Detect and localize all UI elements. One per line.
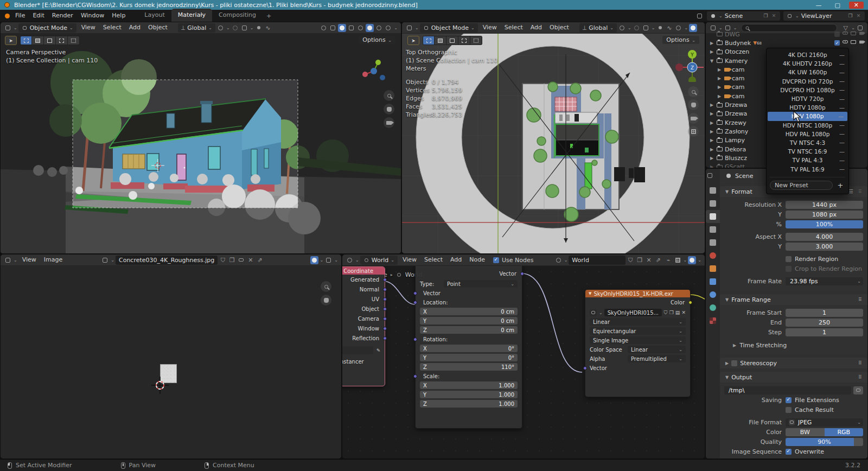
disable-render-icon[interactable]	[859, 32, 864, 35]
mode-select[interactable]: Object Mode⌄	[18, 23, 76, 33]
minimize-button[interactable]: —	[811, 2, 826, 9]
falloff-curve-icon[interactable]: ∿	[665, 24, 673, 32]
world-datablock[interactable]: World	[569, 256, 625, 265]
frame-range-panel-header[interactable]: ▼Frame Range ⠿	[720, 294, 867, 305]
frame-start-field[interactable]: 1	[786, 309, 863, 317]
normal-socket[interactable]	[383, 288, 387, 291]
scene-selector[interactable]: ⌄ Scene ❐ ✕	[707, 11, 780, 21]
overlays-icon[interactable]	[338, 24, 346, 32]
preset-item[interactable]: HDV PAL 1080p—	[767, 130, 848, 138]
menu-edit[interactable]: Edit	[29, 10, 48, 21]
remove-preset-icon[interactable]: —	[839, 105, 845, 111]
preset-item[interactable]: TV NTSC 4:3—	[767, 138, 848, 147]
open-folder-icon[interactable]	[853, 386, 863, 394]
properties-tab-object[interactable]	[706, 262, 720, 275]
output-path-field[interactable]: /tmp\	[724, 386, 851, 394]
remove-preset-icon[interactable]: —	[839, 69, 845, 75]
remove-preset-icon[interactable]: —	[838, 113, 844, 119]
menu-window[interactable]: Window	[77, 10, 108, 21]
image-canvas[interactable]	[1, 266, 341, 459]
file-extensions-checkbox[interactable]	[786, 397, 792, 403]
zoom-button[interactable]	[384, 90, 394, 101]
select-box-button[interactable]	[423, 36, 435, 45]
remove-preset-icon[interactable]: —	[839, 122, 845, 128]
object-socket[interactable]	[383, 307, 387, 311]
pin-icon[interactable]: ⇗	[256, 256, 264, 264]
menu-help[interactable]: Help	[108, 10, 129, 21]
cache-result-checkbox[interactable]	[786, 407, 792, 413]
remove-preset-icon[interactable]: —	[839, 87, 845, 93]
expand-arrow[interactable]: ▶	[709, 138, 714, 143]
overwrite-checkbox[interactable]	[786, 449, 792, 455]
output-panel-header[interactable]: ▼Output ⠿	[720, 372, 867, 383]
delete-viewlayer-icon[interactable]: ✕	[856, 13, 861, 19]
properties-tab-scene[interactable]	[706, 236, 720, 249]
color-output-socket[interactable]	[688, 301, 692, 304]
visibility-icon[interactable]	[674, 24, 682, 32]
viewport-menu-add[interactable]: Add	[527, 22, 546, 33]
menu-file[interactable]: File	[11, 10, 29, 21]
blender-menu-icon[interactable]	[3, 12, 11, 20]
snap-with-icon[interactable]	[240, 24, 248, 32]
zoom-button[interactable]	[321, 281, 331, 292]
viewport-menu-object[interactable]: Object	[546, 22, 573, 33]
object-field[interactable]	[342, 346, 373, 354]
vector-input-socket[interactable]	[583, 366, 587, 370]
time-stretching-subpanel[interactable]: Time Stretching	[739, 342, 787, 349]
interpolation-dropdown[interactable]: Linear⌄	[590, 318, 686, 326]
close-button[interactable]: ✕	[849, 2, 864, 9]
options-dropdown[interactable]: Options ⌄	[662, 36, 699, 44]
preset-item[interactable]: TV PAL 4:3—	[767, 156, 848, 164]
screen-layout-icon[interactable]	[695, 12, 704, 20]
preset-item[interactable]: TV NTSC 16:9—	[767, 147, 848, 156]
resolution-percent-slider[interactable]: 100%	[786, 220, 863, 228]
mode-select[interactable]: Object Mode⌄	[420, 23, 478, 33]
outliner-item-dwg[interactable]: DWG	[706, 30, 867, 39]
properties-tab-output[interactable]	[706, 210, 720, 223]
options-dropdown[interactable]: Options ⌄	[359, 36, 395, 44]
proportional-editing-icon[interactable]	[254, 24, 263, 32]
type-dropdown[interactable]: Point⌄	[444, 280, 518, 288]
expand-arrow[interactable]: ▶	[709, 103, 714, 107]
disable-viewport-icon[interactable]	[851, 31, 856, 35]
properties-tab-particles[interactable]	[706, 301, 720, 314]
workspace-tab-compositing[interactable]: Compositing	[212, 9, 263, 22]
unlink-icon[interactable]: ✕	[645, 256, 653, 264]
select-subtract-button[interactable]	[44, 36, 56, 45]
shading-rendered-icon[interactable]	[384, 24, 392, 32]
preset-item[interactable]: HDTV 720p—	[767, 94, 848, 103]
color-bw-button[interactable]: BW	[786, 428, 825, 436]
select-box-button[interactable]	[20, 36, 32, 45]
expand-arrow[interactable]: ▶	[717, 85, 722, 90]
pivot-icon[interactable]	[618, 24, 626, 32]
pin-icon[interactable]: ⇗	[654, 256, 662, 264]
preset-item[interactable]: TV PAL 16:9—	[767, 164, 848, 173]
scaley-field[interactable]: Y1.000	[420, 391, 518, 398]
xray-icon[interactable]	[347, 24, 355, 32]
shading-preview-icon[interactable]	[688, 256, 696, 264]
editor-type-icon[interactable]	[706, 171, 714, 180]
alpha-dropdown[interactable]: Premultiplied⌄	[628, 355, 686, 362]
rotationx-field[interactable]: X0°	[420, 345, 518, 352]
from-instancer-label[interactable]: Instancer	[342, 359, 364, 365]
remove-preset-icon[interactable]: —	[839, 139, 845, 145]
source-dropdown[interactable]: Single Image⌄	[590, 336, 686, 344]
node-canvas[interactable]: ‹ › Scene ▸ World re Coordinate Generate…	[342, 266, 705, 459]
projection-dropdown[interactable]: Equirectangular⌄	[590, 327, 686, 335]
properties-tab-view-layer[interactable]	[706, 223, 720, 236]
resolution-y-field[interactable]: 1080 px	[786, 211, 863, 219]
node-menu-select[interactable]: Select	[420, 254, 446, 265]
shading-solid-icon[interactable]	[366, 24, 374, 32]
group-input-socket[interactable]	[413, 338, 417, 341]
copy-viewlayer-icon[interactable]: ❐	[847, 13, 853, 19]
quality-slider[interactable]: 90%	[786, 438, 863, 446]
remove-preset-icon[interactable]: —	[839, 166, 845, 172]
remove-preset-icon[interactable]: —	[839, 157, 845, 163]
editor-type-icon[interactable]	[405, 24, 413, 32]
camera-scene[interactable]	[1, 34, 401, 253]
exclude-checkbox[interactable]: ✓	[834, 40, 840, 46]
viewlayer-selector[interactable]: ⌄ ViewLayer ❐ ✕	[783, 11, 865, 21]
expand-arrow[interactable]: ▶	[709, 41, 714, 46]
expand-arrow[interactable]: ▶	[709, 49, 714, 54]
frame-step-field[interactable]: 1	[786, 328, 863, 336]
